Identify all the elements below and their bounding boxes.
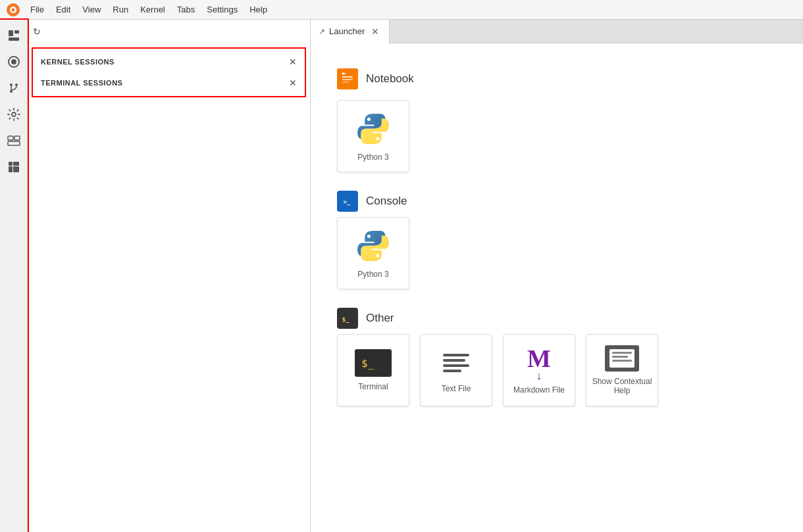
python3-console-label: Python 3 (357, 270, 388, 279)
main-layout: ↻ KERNEL SESSIONS ✕ TERMINAL SESSIONS ✕ … (0, 20, 803, 532)
menu-run[interactable]: Run (107, 3, 134, 16)
textfile-card[interactable]: Text File (420, 334, 492, 406)
content-area: ↗ Launcher ✕ Notebook (311, 20, 803, 532)
svg-rect-23 (342, 79, 353, 80)
python3-notebook-label: Python 3 (357, 153, 388, 162)
contextual-help-icon (605, 345, 639, 372)
other-cards-row: $_ Terminal Text File (337, 334, 777, 406)
svg-rect-4 (14, 30, 19, 34)
extensions-icon[interactable] (2, 155, 26, 179)
contextual-help-card[interactable]: Show Contextual Help (586, 334, 658, 406)
menu-view[interactable]: View (77, 3, 106, 16)
svg-point-29 (367, 235, 371, 238)
contextual-help-label: Show Contextual Help (586, 377, 658, 395)
other-section-title: Other (366, 312, 394, 325)
terminal-sessions-row[interactable]: TERMINAL SESSIONS ✕ (33, 72, 305, 93)
menu-edit[interactable]: Edit (51, 3, 76, 16)
refresh-button[interactable]: ↻ (33, 26, 41, 37)
launcher: Notebook (311, 43, 803, 532)
svg-point-12 (12, 112, 16, 116)
markdown-card[interactable]: M ↓ Markdown File (503, 334, 575, 406)
markdown-card-label: Markdown File (513, 385, 565, 395)
kernel-sessions-label: KERNEL SESSIONS (41, 58, 115, 66)
icon-bar (0, 20, 28, 532)
launcher-tab[interactable]: ↗ Launcher ✕ (311, 20, 390, 43)
terminal-sessions-label: TERMINAL SESSIONS (41, 79, 122, 87)
launcher-tab-close[interactable]: ✕ (369, 26, 381, 37)
svg-rect-19 (9, 162, 13, 166)
svg-point-7 (11, 59, 16, 64)
svg-point-8 (10, 84, 13, 86)
svg-point-9 (15, 84, 18, 86)
jupyter-logo (5, 2, 21, 18)
sessions-container: KERNEL SESSIONS ✕ TERMINAL SESSIONS ✕ (33, 49, 305, 96)
console-section-header: >_ Console (337, 191, 777, 212)
textfile-card-label: Text File (442, 384, 471, 393)
terminal-card-icon: $_ (355, 349, 392, 377)
menu-tabs[interactable]: Tabs (172, 3, 200, 16)
svg-rect-15 (14, 136, 20, 140)
svg-text:$_: $_ (342, 316, 350, 323)
markdown-card-icon: M ↓ (527, 346, 551, 380)
menu-file[interactable]: File (25, 3, 49, 16)
tab-bar: ↗ Launcher ✕ (311, 20, 803, 43)
svg-rect-14 (8, 141, 20, 145)
git-icon[interactable] (2, 76, 26, 100)
settings-icon[interactable] (2, 103, 26, 126)
svg-rect-22 (342, 76, 353, 78)
sidebar-panel: ↻ KERNEL SESSIONS ✕ TERMINAL SESSIONS ✕ (28, 20, 311, 532)
browse-icon[interactable] (2, 129, 26, 153)
console-section-icon: >_ (337, 191, 358, 212)
panel-header: ↻ (28, 20, 310, 43)
terminal-card[interactable]: $_ Terminal (337, 334, 409, 406)
notebook-section-header: Notebook (337, 68, 777, 89)
svg-point-26 (376, 137, 379, 140)
other-section-header: $_ Other (337, 308, 777, 329)
terminal-card-label: Terminal (358, 382, 388, 391)
terminal-sessions-close[interactable]: ✕ (289, 78, 297, 88)
svg-text:>_: >_ (344, 199, 351, 205)
textfile-card-icon (440, 347, 472, 379)
svg-rect-24 (342, 82, 349, 83)
svg-rect-5 (9, 37, 19, 41)
menu-settings[interactable]: Settings (201, 3, 243, 16)
svg-point-2 (12, 8, 15, 11)
notebook-section-title: Notebook (366, 72, 414, 85)
svg-rect-17 (13, 162, 19, 166)
svg-point-25 (367, 118, 371, 121)
svg-rect-18 (13, 166, 19, 172)
svg-rect-13 (8, 136, 13, 140)
console-section-title: Console (366, 195, 407, 208)
running-icon[interactable] (2, 50, 26, 74)
menu-kernel[interactable]: Kernel (135, 3, 170, 16)
python3-notebook-card[interactable]: Python 3 (337, 100, 409, 172)
files-icon[interactable] (2, 24, 26, 47)
svg-point-10 (10, 90, 13, 93)
kernel-sessions-row[interactable]: KERNEL SESSIONS ✕ (33, 51, 305, 72)
python3-console-card[interactable]: Python 3 (337, 217, 409, 289)
launcher-tab-label: Launcher (329, 26, 365, 36)
menubar: File Edit View Run Kernel Tabs Settings … (0, 0, 803, 20)
notebook-cards-row: Python 3 (337, 100, 777, 172)
kernel-sessions-close[interactable]: ✕ (289, 57, 297, 67)
launcher-tab-icon: ↗ (319, 27, 325, 36)
svg-text:$_: $_ (361, 357, 375, 370)
menu-help[interactable]: Help (244, 3, 272, 16)
notebook-section-icon (337, 68, 358, 89)
svg-rect-3 (9, 30, 13, 36)
other-section-icon: $_ (337, 308, 358, 329)
console-cards-row: Python 3 (337, 217, 777, 289)
svg-point-30 (376, 254, 379, 257)
svg-rect-16 (9, 166, 13, 172)
